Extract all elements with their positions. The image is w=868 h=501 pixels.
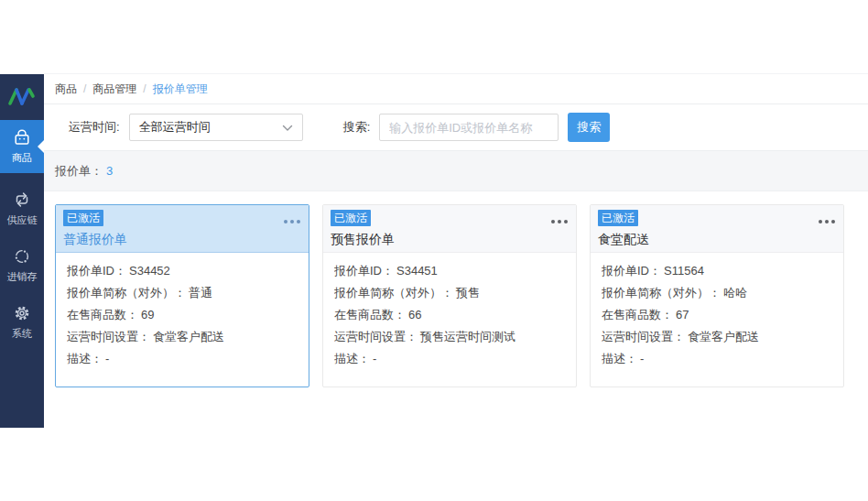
card-row-short-name: 报价单简称（对外）：普通 [67, 282, 298, 304]
card-row-id: 报价单ID：S11564 [602, 260, 832, 282]
card-row-description: 描述：- [334, 348, 565, 370]
breadcrumb-item-goods[interactable]: 商品 [55, 82, 77, 97]
swap-arrows-icon [12, 190, 32, 210]
card-body: 报价单ID：S11564 报价单简称（对外）：哈哈 在售商品数：67 运营时间设… [591, 253, 843, 370]
search-input[interactable] [379, 114, 559, 141]
quotation-card[interactable]: 已激活 预售报价单 报价单ID：S34451 报价单简称（对外）：预售 在售商品… [322, 204, 577, 387]
more-icon[interactable] [825, 220, 829, 223]
breadcrumb-separator: / [83, 82, 86, 95]
card-row-on-sale-count: 在售商品数：69 [67, 304, 298, 326]
card-row-on-sale-count: 在售商品数：66 [334, 304, 565, 326]
card-row-operation-time: 运营时间设置：食堂客户配送 [602, 326, 832, 348]
sidebar-item-goods[interactable]: 商品 [0, 120, 44, 173]
quotation-card[interactable]: 已激活 食堂配送 报价单ID：S11564 报价单简称（对外）：哈哈 在售商品数… [590, 204, 844, 387]
card-row-on-sale-count: 在售商品数：67 [602, 304, 832, 326]
card-body: 报价单ID：S34452 报价单简称（对外）：普通 在售商品数：69 运营时间设… [56, 253, 309, 370]
breadcrumb-separator: / [143, 82, 146, 95]
operation-time-label: 运营时间: [69, 119, 120, 136]
sidebar-item-label: 进销存 [6, 270, 37, 285]
sidebar-item-inventory[interactable]: 进销存 [0, 245, 44, 287]
quotation-card-list: 已激活 普通报价单 报价单ID：S34452 报价单简称（对外）：普通 在售商品… [44, 191, 868, 428]
card-row-operation-time: 运营时间设置：预售运营时间测试 [334, 326, 565, 348]
card-row-id: 报价单ID：S34451 [334, 260, 565, 282]
card-title: 普通报价单 [63, 232, 299, 248]
shopping-bag-icon [12, 127, 32, 147]
card-row-short-name: 报价单简称（对外）：预售 [334, 282, 565, 304]
breadcrumb: 商品 / 商品管理 / 报价单管理 [44, 74, 868, 104]
breadcrumb-item-goods-management[interactable]: 商品管理 [92, 82, 136, 97]
card-row-description: 描述：- [67, 348, 298, 370]
operation-time-select[interactable]: 全部运营时间 [129, 114, 303, 141]
app-window: 商品 供应链 [0, 73, 868, 428]
sidebar-item-system[interactable]: 系统 [0, 301, 44, 343]
share-nodes-icon [12, 246, 32, 267]
status-badge: 已激活 [63, 210, 103, 226]
main-content: 商品 / 商品管理 / 报价单管理 运营时间: 全部运营时间 搜索: 搜索 报价… [44, 74, 868, 428]
sidebar-item-label: 系统 [12, 327, 32, 342]
quotation-card[interactable]: 已激活 普通报价单 报价单ID：S34452 报价单简称（对外）：普通 在售商品… [55, 204, 309, 387]
card-header: 已激活 普通报价单 [56, 205, 309, 253]
more-icon[interactable] [558, 220, 561, 223]
status-badge: 已激活 [331, 210, 371, 226]
sidebar-item-label: 供应链 [6, 213, 37, 228]
status-badge: 已激活 [598, 210, 638, 226]
quotation-count-label: 报价单： [55, 163, 103, 180]
search-label: 搜索: [343, 119, 371, 136]
active-notch [38, 140, 44, 153]
card-title: 食堂配送 [598, 232, 834, 248]
sidebar: 商品 供应链 [0, 74, 44, 428]
sidebar-item-label: 商品 [12, 151, 32, 166]
quotation-count-value: 3 [106, 164, 113, 178]
operation-time-selected-value: 全部运营时间 [139, 119, 211, 136]
card-row-short-name: 报价单简称（对外）：哈哈 [602, 282, 832, 304]
brand-logo [0, 74, 44, 118]
brand-logo-icon [6, 84, 38, 108]
card-header: 已激活 预售报价单 [323, 205, 576, 253]
more-icon[interactable] [290, 220, 294, 223]
card-row-id: 报价单ID：S34452 [67, 260, 298, 282]
quotation-count-band: 报价单： 3 [44, 151, 868, 191]
gear-icon [12, 303, 32, 323]
card-row-operation-time: 运营时间设置：食堂客户配送 [67, 326, 298, 348]
chevron-down-icon [282, 121, 293, 135]
search-button[interactable]: 搜索 [568, 113, 610, 142]
sidebar-item-supply-chain[interactable]: 供应链 [0, 188, 44, 230]
card-body: 报价单ID：S34451 报价单简称（对外）：预售 在售商品数：66 运营时间设… [323, 253, 576, 370]
filter-bar: 运营时间: 全部运营时间 搜索: 搜索 [44, 104, 868, 151]
card-title: 预售报价单 [331, 232, 567, 248]
breadcrumb-item-quotation-management[interactable]: 报价单管理 [153, 82, 208, 97]
card-header: 已激活 食堂配送 [591, 205, 843, 253]
card-row-description: 描述：- [602, 348, 832, 370]
